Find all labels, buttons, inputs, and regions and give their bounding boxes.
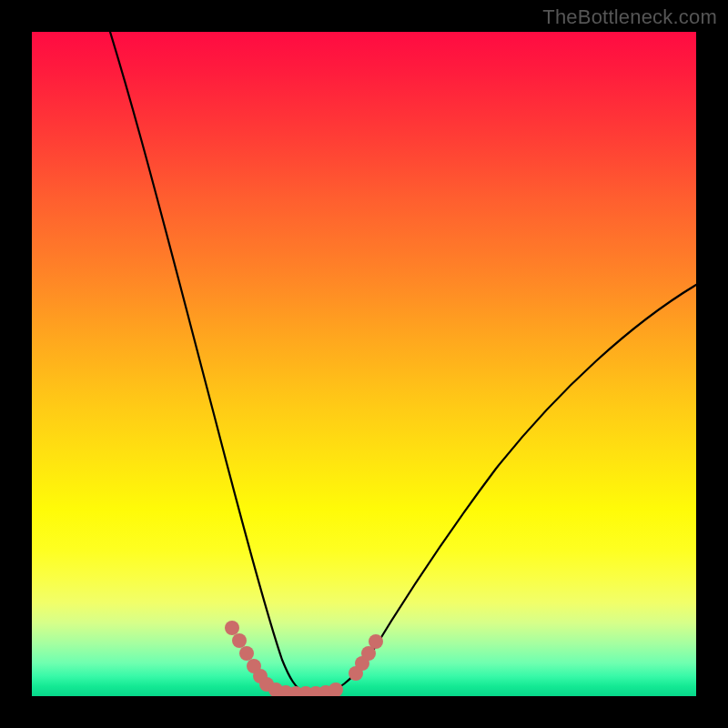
- chart-stage: TheBottleneck.com: [0, 0, 728, 728]
- marker-cluster-left: [225, 621, 274, 692]
- plot-area: [32, 32, 696, 696]
- watermark-text: TheBottleneck.com: [542, 5, 717, 29]
- curve-layer: [32, 32, 696, 696]
- marker-dot: [239, 646, 254, 661]
- marker-cluster-bottom: [268, 682, 343, 696]
- marker-dot: [329, 682, 343, 696]
- bottleneck-curve: [93, 32, 696, 693]
- marker-dot: [225, 621, 239, 635]
- marker-cluster-right: [349, 634, 383, 681]
- marker-dot: [369, 634, 383, 649]
- marker-dot: [232, 633, 247, 648]
